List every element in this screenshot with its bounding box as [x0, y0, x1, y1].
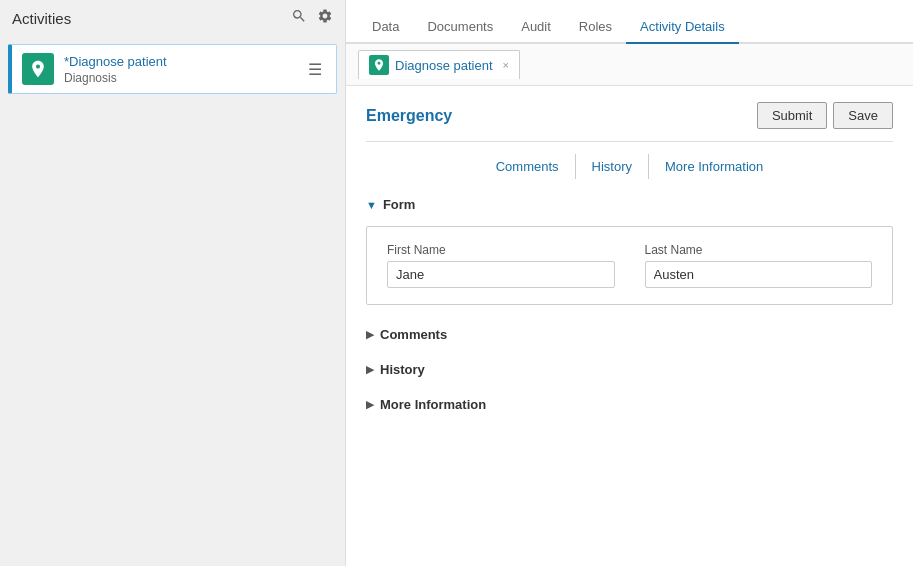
sub-nav-more-information[interactable]: More Information — [648, 154, 779, 179]
detail-header: Diagnose patient × — [346, 44, 913, 86]
sub-nav-comments[interactable]: Comments — [480, 154, 575, 179]
tab-documents[interactable]: Documents — [413, 11, 507, 44]
nav-tabs: Data Documents Audit Roles Activity Deta… — [346, 0, 913, 44]
more-info-collapse-header[interactable]: ▶ More Information — [366, 391, 893, 418]
history-collapse-arrow: ▶ — [366, 363, 374, 376]
tab-audit[interactable]: Audit — [507, 11, 565, 44]
detail-tab[interactable]: Diagnose patient × — [358, 50, 520, 79]
main-content: Emergency Submit Save Comments History M… — [346, 86, 913, 566]
detail-tab-label: Diagnose patient — [395, 58, 493, 73]
comments-section-label: Comments — [380, 327, 447, 342]
tab-activity-details[interactable]: Activity Details — [626, 11, 739, 44]
comments-collapse-section: ▶ Comments — [366, 321, 893, 348]
more-info-collapse-section: ▶ More Information — [366, 391, 893, 418]
activity-menu-icon[interactable]: ☰ — [304, 58, 326, 81]
history-collapse-header[interactable]: ▶ History — [366, 356, 893, 383]
form-fields-container: First Name Last Name — [366, 226, 893, 305]
first-name-input[interactable] — [387, 261, 615, 288]
tab-roles[interactable]: Roles — [565, 11, 626, 44]
sub-nav-history[interactable]: History — [575, 154, 648, 179]
last-name-field: Last Name — [645, 243, 873, 288]
comments-collapse-header[interactable]: ▶ Comments — [366, 321, 893, 348]
form-collapse-header[interactable]: ▼ Form — [366, 191, 893, 218]
action-buttons: Submit Save — [757, 102, 893, 129]
left-panel: Activities *Diagnose patient Diagnosis — [0, 0, 345, 566]
settings-icon[interactable] — [317, 8, 333, 28]
history-section-label: History — [380, 362, 425, 377]
detail-tab-icon — [369, 55, 389, 75]
activity-item[interactable]: *Diagnose patient Diagnosis ☰ — [8, 44, 337, 94]
header-icons — [291, 8, 333, 28]
sub-nav: Comments History More Information — [366, 154, 893, 179]
section-header-row: Emergency Submit Save — [366, 102, 893, 129]
more-info-collapse-arrow: ▶ — [366, 398, 374, 411]
first-name-label: First Name — [387, 243, 615, 257]
activity-type: Diagnosis — [64, 71, 294, 85]
section-title: Emergency — [366, 107, 452, 125]
divider — [366, 141, 893, 142]
more-info-section-label: More Information — [380, 397, 486, 412]
first-name-field: First Name — [387, 243, 615, 288]
last-name-label: Last Name — [645, 243, 873, 257]
form-collapse-arrow: ▼ — [366, 199, 377, 211]
activity-name: *Diagnose patient — [64, 54, 294, 69]
app-container: Activities *Diagnose patient Diagnosis — [0, 0, 913, 566]
tab-data[interactable]: Data — [358, 11, 413, 44]
activities-title: Activities — [12, 10, 71, 27]
activity-icon — [22, 53, 54, 85]
form-row: First Name Last Name — [387, 243, 872, 288]
submit-button[interactable]: Submit — [757, 102, 827, 129]
search-icon[interactable] — [291, 8, 307, 28]
form-collapse-section: ▼ Form First Name Last Name — [366, 191, 893, 305]
right-panel: Data Documents Audit Roles Activity Deta… — [345, 0, 913, 566]
save-button[interactable]: Save — [833, 102, 893, 129]
history-collapse-section: ▶ History — [366, 356, 893, 383]
form-section-label: Form — [383, 197, 416, 212]
detail-tab-close-icon[interactable]: × — [503, 59, 509, 71]
activity-info: *Diagnose patient Diagnosis — [64, 54, 294, 85]
left-header: Activities — [0, 0, 345, 36]
last-name-input[interactable] — [645, 261, 873, 288]
activity-list: *Diagnose patient Diagnosis ☰ — [0, 36, 345, 566]
comments-collapse-arrow: ▶ — [366, 328, 374, 341]
